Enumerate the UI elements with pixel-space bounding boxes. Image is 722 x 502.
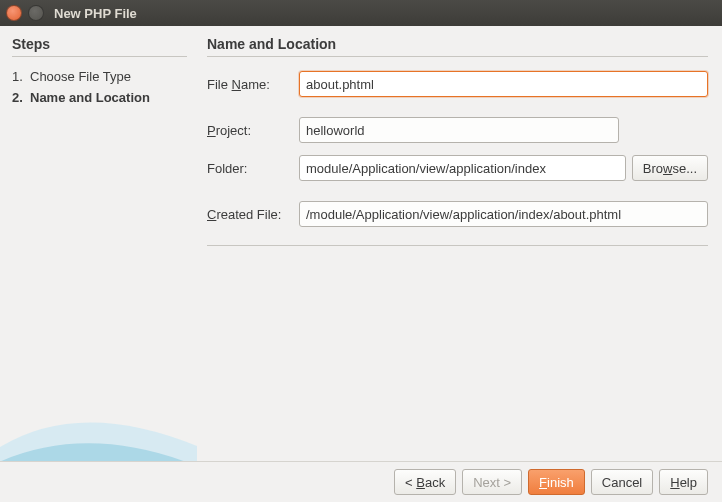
divider — [207, 56, 708, 57]
folder-row: Folder: Browse... — [207, 155, 708, 181]
window-title: New PHP File — [54, 6, 137, 21]
project-row: Project: — [207, 117, 708, 143]
dialog-content: Steps 1. Choose File Type 2. Name and Lo… — [0, 26, 722, 461]
minimize-icon[interactable] — [28, 5, 44, 21]
panel-heading: Name and Location — [207, 36, 708, 52]
filename-row: File Name: — [207, 71, 708, 97]
close-icon[interactable] — [6, 5, 22, 21]
steps-heading: Steps — [12, 36, 187, 52]
main-panel: Name and Location File Name: Project: Fo… — [197, 26, 722, 461]
folder-label: Folder: — [207, 161, 299, 176]
step-number: 2. — [12, 88, 30, 109]
decorative-swoosh — [0, 311, 197, 461]
step-number: 1. — [12, 67, 30, 88]
next-button: Next > — [462, 469, 522, 495]
created-input — [299, 201, 708, 227]
step-item: 1. Choose File Type — [12, 67, 187, 88]
step-item: 2. Name and Location — [12, 88, 187, 109]
steps-list: 1. Choose File Type 2. Name and Location — [12, 67, 187, 109]
divider — [207, 245, 708, 246]
help-button[interactable]: Help — [659, 469, 708, 495]
back-button[interactable]: < Back — [394, 469, 456, 495]
filename-label: File Name: — [207, 77, 299, 92]
step-label: Name and Location — [30, 88, 150, 109]
filename-input[interactable] — [299, 71, 708, 97]
dialog-footer: < Back Next > Finish Cancel Help — [0, 461, 722, 502]
cancel-button[interactable]: Cancel — [591, 469, 653, 495]
step-label: Choose File Type — [30, 67, 131, 88]
steps-sidebar: Steps 1. Choose File Type 2. Name and Lo… — [0, 26, 197, 461]
folder-input[interactable] — [299, 155, 626, 181]
titlebar: New PHP File — [0, 0, 722, 26]
created-row: Created File: — [207, 201, 708, 227]
divider — [12, 56, 187, 57]
created-label: Created File: — [207, 207, 299, 222]
finish-button[interactable]: Finish — [528, 469, 585, 495]
project-input[interactable] — [299, 117, 619, 143]
project-label: Project: — [207, 123, 299, 138]
browse-button[interactable]: Browse... — [632, 155, 708, 181]
